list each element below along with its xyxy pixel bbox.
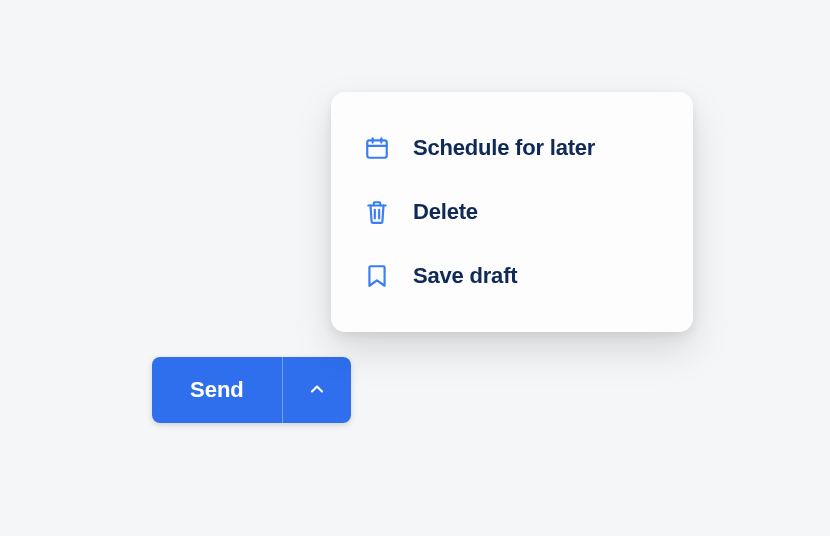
svg-rect-0 <box>367 140 387 157</box>
dropdown-toggle-button[interactable] <box>282 357 351 423</box>
menu-item-label: Delete <box>413 199 478 225</box>
send-button[interactable]: Send <box>152 357 282 423</box>
menu-item-save-draft[interactable]: Save draft <box>331 244 693 308</box>
trash-icon <box>363 198 391 226</box>
menu-item-label: Save draft <box>413 263 517 289</box>
menu-item-schedule[interactable]: Schedule for later <box>331 116 693 180</box>
send-button-label: Send <box>190 377 244 403</box>
calendar-icon <box>363 134 391 162</box>
chevron-up-icon <box>307 379 327 402</box>
menu-item-delete[interactable]: Delete <box>331 180 693 244</box>
dropdown-menu: Schedule for later Delete Save draft <box>331 92 693 332</box>
split-button: Send <box>152 357 351 423</box>
menu-item-label: Schedule for later <box>413 135 595 161</box>
bookmark-icon <box>363 262 391 290</box>
